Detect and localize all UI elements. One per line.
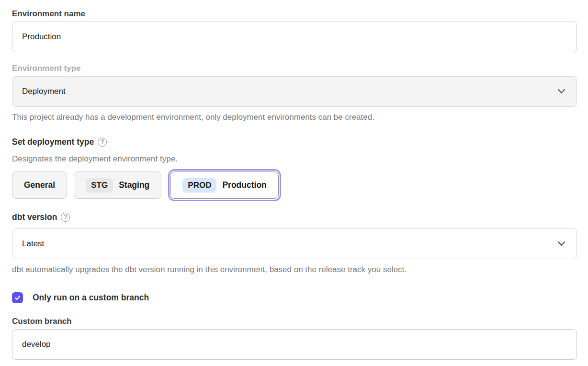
deployment-type-heading: Set deployment type ? bbox=[12, 137, 577, 147]
environment-name-label: Environment name bbox=[12, 9, 577, 19]
help-icon[interactable]: ? bbox=[61, 213, 70, 222]
custom-branch-input[interactable] bbox=[12, 329, 577, 360]
dbt-version-value: Latest bbox=[22, 239, 559, 249]
deployment-type-general-button[interactable]: General bbox=[12, 172, 67, 199]
custom-branch-checkbox[interactable] bbox=[12, 292, 23, 303]
deployment-type-helper: Designates the deployment environment ty… bbox=[12, 154, 577, 164]
dbt-version-select[interactable]: Latest bbox=[12, 229, 577, 259]
chevron-down-icon bbox=[558, 238, 565, 246]
staging-badge: STG bbox=[86, 178, 113, 193]
deployment-type-options: General STG Staging PROD Production bbox=[12, 172, 577, 199]
dbt-version-helper: dbt automatically upgrades the dbt versi… bbox=[12, 265, 577, 274]
environment-name-input[interactable] bbox=[12, 22, 577, 52]
deployment-type-heading-text: Set deployment type bbox=[12, 137, 94, 147]
environment-type-select: Deployment bbox=[12, 76, 577, 107]
environment-type-value: Deployment bbox=[22, 87, 559, 96]
production-button-label: Production bbox=[222, 180, 266, 190]
custom-branch-checkbox-label[interactable]: Only run on a custom branch bbox=[33, 293, 149, 303]
chevron-down-icon bbox=[558, 86, 565, 93]
custom-branch-checkbox-row[interactable]: Only run on a custom branch bbox=[12, 292, 577, 303]
dbt-version-heading: dbt version ? bbox=[12, 212, 577, 222]
environment-form: Environment name Environment type Deploy… bbox=[0, 0, 588, 360]
production-badge: PROD bbox=[182, 178, 216, 193]
help-icon[interactable]: ? bbox=[98, 137, 107, 147]
custom-branch-label: Custom branch bbox=[12, 316, 577, 326]
deployment-type-staging-button[interactable]: STG Staging bbox=[74, 172, 161, 199]
environment-type-helper: This project already has a development e… bbox=[12, 113, 577, 122]
staging-button-label: Staging bbox=[119, 180, 149, 190]
environment-type-label: Environment type bbox=[12, 63, 577, 73]
deployment-type-production-button[interactable]: PROD Production bbox=[170, 172, 278, 199]
dbt-version-heading-text: dbt version bbox=[12, 212, 57, 222]
general-button-label: General bbox=[24, 180, 55, 190]
checkmark-icon bbox=[14, 294, 21, 301]
